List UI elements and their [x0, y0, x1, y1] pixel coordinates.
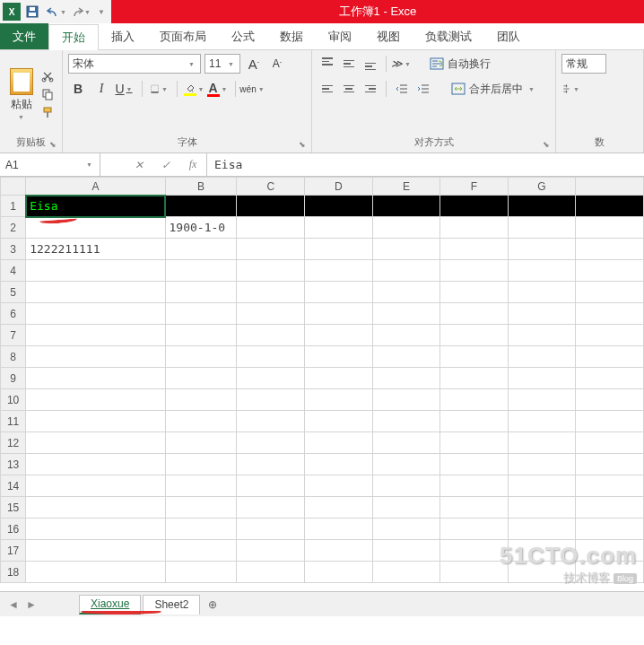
cell-overflow[interactable]	[576, 411, 644, 432]
font-name-select[interactable]: 宋体▼	[68, 54, 201, 74]
cell-D17[interactable]	[305, 540, 373, 562]
cell-G2[interactable]	[508, 217, 576, 239]
fx-icon[interactable]: fx	[179, 158, 206, 171]
tab-load-test[interactable]: 负载测试	[413, 23, 484, 49]
bold-button[interactable]: B	[68, 79, 88, 99]
cell-E15[interactable]	[372, 497, 440, 519]
tab-formulas[interactable]: 公式	[219, 23, 267, 49]
column-header-A[interactable]: A	[26, 178, 165, 196]
cell-C15[interactable]	[237, 497, 305, 519]
tab-home[interactable]: 开始	[48, 24, 99, 50]
row-header-11[interactable]: 11	[1, 411, 26, 432]
cell-F5[interactable]	[440, 282, 509, 303]
cell-F3[interactable]	[440, 239, 509, 260]
dialog-launcher-icon[interactable]: ⬊	[543, 140, 550, 149]
cell-D9[interactable]	[305, 368, 373, 389]
enter-formula-icon[interactable]: ✓	[152, 159, 179, 171]
cell-overflow[interactable]	[576, 196, 644, 217]
cell-overflow[interactable]	[576, 325, 644, 346]
cell-E8[interactable]	[372, 346, 440, 368]
cell-F14[interactable]	[440, 475, 509, 497]
cell-D1[interactable]	[305, 196, 373, 217]
cell-E5[interactable]	[372, 282, 440, 303]
cell-B17[interactable]	[165, 540, 237, 562]
cell-G4[interactable]	[508, 260, 576, 282]
cell-G15[interactable]	[508, 497, 576, 519]
cell-overflow[interactable]	[576, 217, 644, 239]
cell-B11[interactable]	[165, 411, 237, 432]
cell-A5[interactable]	[26, 282, 165, 303]
cancel-formula-icon[interactable]: ✕	[126, 159, 152, 171]
cell-B15[interactable]	[165, 497, 237, 519]
cell-E14[interactable]	[372, 475, 440, 497]
cell-A14[interactable]	[26, 475, 165, 497]
cut-icon[interactable]	[39, 68, 57, 84]
dialog-launcher-icon[interactable]: ⬊	[49, 140, 57, 149]
cell-A15[interactable]	[26, 497, 165, 519]
cell-B12[interactable]	[165, 432, 237, 454]
cell-B5[interactable]	[165, 282, 237, 303]
cell-D18[interactable]	[305, 562, 373, 583]
cell-C13[interactable]	[237, 454, 305, 475]
sheet-nav-prev-icon[interactable]: ◄	[5, 597, 22, 613]
cell-F8[interactable]	[440, 346, 509, 368]
cell-G12[interactable]	[508, 432, 576, 454]
cell-A12[interactable]	[26, 432, 165, 454]
cell-D6[interactable]	[305, 303, 373, 325]
save-icon[interactable]	[22, 2, 42, 22]
column-header-G[interactable]: G	[508, 178, 576, 196]
cell-G10[interactable]	[508, 389, 576, 411]
cell-G13[interactable]	[508, 454, 576, 475]
tab-page-layout[interactable]: 页面布局	[147, 23, 219, 49]
cell-C18[interactable]	[237, 562, 305, 583]
cell-C16[interactable]	[237, 519, 305, 540]
cell-B7[interactable]	[165, 325, 237, 346]
cell-D10[interactable]	[305, 389, 373, 411]
increase-indent-button[interactable]	[413, 79, 433, 99]
cell-F2[interactable]	[440, 217, 509, 239]
currency-button[interactable]: ▼	[561, 79, 581, 99]
number-format-select[interactable]: 常规	[561, 54, 606, 74]
cell-A11[interactable]	[26, 411, 165, 432]
tab-insert[interactable]: 插入	[99, 23, 147, 49]
row-header-1[interactable]: 1	[1, 196, 26, 217]
cell-overflow[interactable]	[576, 432, 644, 454]
row-header-9[interactable]: 9	[1, 368, 26, 389]
cell-B6[interactable]	[165, 303, 237, 325]
cell-B13[interactable]	[165, 454, 237, 475]
cell-B18[interactable]	[165, 562, 237, 583]
cell-E16[interactable]	[372, 519, 440, 540]
tab-data[interactable]: 数据	[267, 23, 316, 49]
column-header-D[interactable]: D	[305, 178, 373, 196]
cell-F12[interactable]	[440, 432, 509, 454]
cell-A3[interactable]: 1222211111	[26, 239, 165, 260]
cell-C2[interactable]	[237, 217, 305, 239]
row-header-4[interactable]: 4	[1, 260, 26, 282]
grow-font-button[interactable]: Aˆ	[244, 54, 264, 74]
cell-D5[interactable]	[305, 282, 373, 303]
cell-G1[interactable]	[508, 196, 576, 217]
cell-A9[interactable]	[26, 368, 165, 389]
cell-B14[interactable]	[165, 475, 237, 497]
cell-A10[interactable]	[26, 389, 165, 411]
cell-C6[interactable]	[237, 303, 305, 325]
cell-G16[interactable]	[508, 519, 576, 540]
cell-C4[interactable]	[237, 260, 305, 282]
align-left-button[interactable]	[318, 79, 337, 99]
orientation-button[interactable]: ≫▼	[392, 54, 412, 74]
cell-B1[interactable]	[165, 196, 237, 217]
align-middle-button[interactable]	[339, 54, 359, 74]
cell-C3[interactable]	[237, 239, 305, 260]
border-button[interactable]: ▼	[150, 79, 170, 99]
row-header-8[interactable]: 8	[1, 346, 26, 368]
cell-D12[interactable]	[305, 432, 373, 454]
cell-B3[interactable]	[165, 239, 237, 260]
cell-B8[interactable]	[165, 346, 237, 368]
cell-overflow[interactable]	[576, 260, 644, 282]
cell-D7[interactable]	[305, 325, 373, 346]
font-color-button[interactable]: A▼	[208, 79, 228, 99]
tab-view[interactable]: 视图	[364, 23, 413, 49]
decrease-indent-button[interactable]	[392, 79, 412, 99]
cell-A7[interactable]	[26, 325, 165, 346]
cell-B9[interactable]	[165, 368, 237, 389]
